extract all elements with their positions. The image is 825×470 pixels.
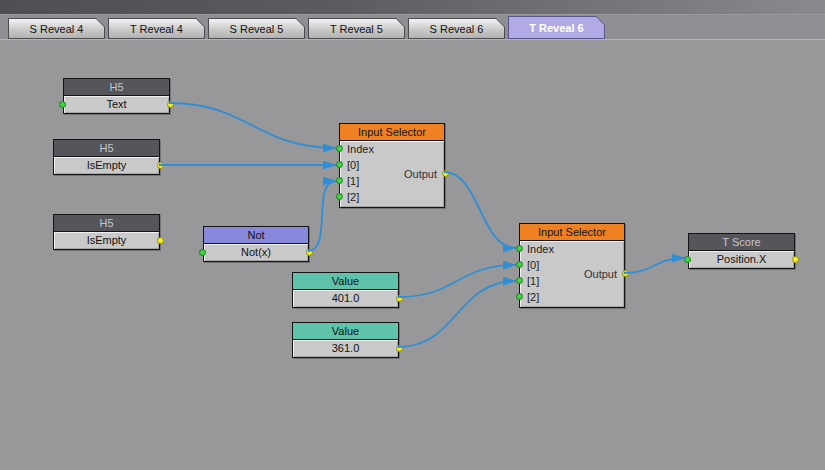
tab-s-reveal-6[interactable]: S Reveal 6 <box>408 18 505 39</box>
tab-label: T Reveal 4 <box>109 19 204 38</box>
node-editor-window: H5TextH5IsEmptyH5IsEmptyNotNot(x)Input S… <box>0 0 825 470</box>
input-port[interactable] <box>516 293 523 300</box>
node-title: T Score <box>689 234 794 251</box>
node-body: Not(x) <box>204 244 308 261</box>
node-title: H5 <box>64 79 169 96</box>
node-h5-isempty-b[interactable]: H5IsEmpty <box>53 214 160 250</box>
input-port[interactable] <box>336 193 343 200</box>
wire-value-401.Value-to-input-selector-2.[0][interactable] <box>398 265 516 297</box>
node-title: H5 <box>54 215 159 232</box>
selector-input-row: Index <box>340 141 444 157</box>
node-input-selector-1[interactable]: Input SelectorIndex[0][1][2]Output <box>339 123 445 208</box>
wire-value-361.Value-to-input-selector-2.[1][interactable] <box>398 281 516 347</box>
node-value-label: 361.0 <box>332 342 360 354</box>
node-value-label: IsEmpty <box>87 234 127 246</box>
node-h5-isempty-a[interactable]: H5IsEmpty <box>53 139 160 175</box>
input-port[interactable] <box>516 245 523 252</box>
input-port[interactable] <box>336 161 343 168</box>
output-label: Output <box>404 168 437 180</box>
node-body: Index[0][1][2]Output <box>520 241 624 307</box>
input-port[interactable] <box>516 277 523 284</box>
node-value-row: IsEmpty <box>54 232 159 249</box>
node-input-selector-2[interactable]: Input SelectorIndex[0][1][2]Output <box>519 223 625 308</box>
tab-label: T Reveal 5 <box>309 19 404 38</box>
tab-label: S Reveal 4 <box>9 19 104 38</box>
node-not[interactable]: NotNot(x) <box>203 226 309 262</box>
input-port[interactable] <box>336 177 343 184</box>
input-label: [1] <box>347 175 359 187</box>
node-h5-text[interactable]: H5Text <box>63 78 170 114</box>
input-port[interactable] <box>336 145 343 152</box>
node-value-label: IsEmpty <box>87 159 127 171</box>
tab-bar: S Reveal 4 T Reveal 4 S Reveal 5 T Revea… <box>0 15 825 40</box>
input-port[interactable] <box>684 256 691 263</box>
tab-t-reveal-4[interactable]: T Reveal 4 <box>108 18 205 39</box>
wire-input-selector-2.Output-to-t-score.Position.X[interactable] <box>624 258 685 273</box>
node-t-score[interactable]: T ScorePosition.X <box>688 233 795 269</box>
node-value-row: Not(x) <box>204 244 308 261</box>
wire-input-selector-1.Output-to-input-selector-2.Index[interactable] <box>444 172 516 248</box>
node-body: IsEmpty <box>54 232 159 249</box>
input-port[interactable] <box>199 249 206 256</box>
graph-canvas[interactable]: H5TextH5IsEmptyH5IsEmptyNotNot(x)Input S… <box>0 0 825 470</box>
selector-input-row: [2] <box>340 189 444 205</box>
input-label: [2] <box>527 291 539 303</box>
tab-t-reveal-6[interactable]: T Reveal 6 <box>508 16 605 39</box>
node-value-label: Not(x) <box>241 246 271 258</box>
node-title: Not <box>204 227 308 244</box>
node-body: 361.0 <box>293 340 398 357</box>
node-body: 401.0 <box>293 290 398 307</box>
node-title: Input Selector <box>340 124 444 141</box>
output-label: Output <box>584 268 617 280</box>
tab-strip: S Reveal 4 T Reveal 4 S Reveal 5 T Revea… <box>8 16 605 39</box>
node-body: IsEmpty <box>54 157 159 174</box>
node-value-row: 401.0 <box>293 290 398 307</box>
input-label: Index <box>347 143 374 155</box>
tab-s-reveal-5[interactable]: S Reveal 5 <box>208 18 305 39</box>
selector-input-row: [2] <box>520 289 624 305</box>
node-value-label: Position.X <box>717 253 767 265</box>
tab-label: S Reveal 5 <box>209 19 304 38</box>
node-value-361[interactable]: Value361.0 <box>292 322 399 358</box>
output-port[interactable] <box>442 170 449 177</box>
input-label: [2] <box>347 191 359 203</box>
output-port[interactable] <box>167 101 174 108</box>
wire-h5-text.Text-to-input-selector-1.Index[interactable] <box>169 103 336 148</box>
node-value-row: 361.0 <box>293 340 398 357</box>
tab-s-reveal-4[interactable]: S Reveal 4 <box>8 18 105 39</box>
node-value-row: Text <box>64 96 169 113</box>
wire-not.Not(x)-to-input-selector-1.[1][interactable] <box>308 181 336 251</box>
tab-label: S Reveal 6 <box>409 19 504 38</box>
node-value-label: 401.0 <box>332 292 360 304</box>
node-value-401[interactable]: Value401.0 <box>292 272 399 308</box>
tab-label: T Reveal 6 <box>509 17 604 38</box>
node-value-row: IsEmpty <box>54 157 159 174</box>
node-body: Text <box>64 96 169 113</box>
input-label: [1] <box>527 275 539 287</box>
selector-input-row: Index <box>520 241 624 257</box>
node-title: H5 <box>54 140 159 157</box>
node-title: Input Selector <box>520 224 624 241</box>
input-label: [0] <box>347 159 359 171</box>
output-port[interactable] <box>157 237 164 244</box>
node-value-row: Position.X <box>689 251 794 268</box>
node-value-label: Text <box>106 98 126 110</box>
window-chrome: S Reveal 4 T Reveal 4 S Reveal 5 T Revea… <box>0 0 825 39</box>
input-label: [0] <box>527 259 539 271</box>
input-label: Index <box>527 243 554 255</box>
output-port[interactable] <box>792 256 799 263</box>
input-port[interactable] <box>59 101 66 108</box>
input-port[interactable] <box>516 261 523 268</box>
window-top-bar <box>0 0 825 15</box>
node-title: Value <box>293 273 398 290</box>
node-body: Position.X <box>689 251 794 268</box>
node-body: Index[0][1][2]Output <box>340 141 444 207</box>
tab-t-reveal-5[interactable]: T Reveal 5 <box>308 18 405 39</box>
node-title: Value <box>293 323 398 340</box>
